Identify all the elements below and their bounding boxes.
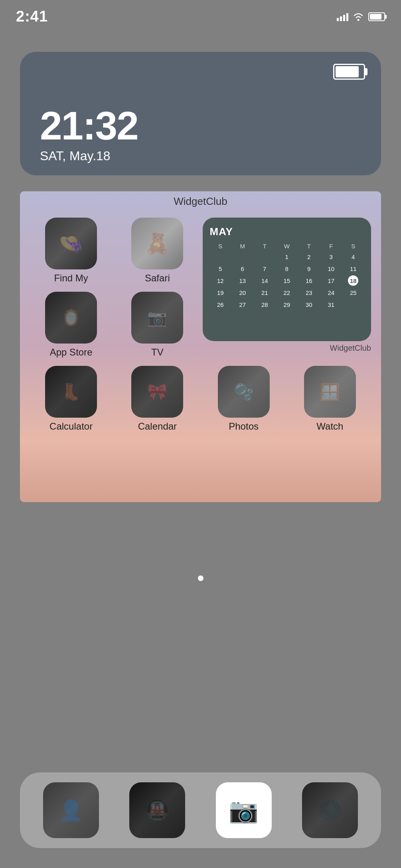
wifi-icon	[352, 12, 364, 21]
app-grid: 👒 Find My 🧸 Safari MAY S M T W T F S	[20, 210, 381, 440]
cal-day-18-today: 18	[348, 275, 358, 286]
app-item-tv[interactable]: 📷 TV	[114, 288, 200, 362]
calendar-inner: MAY S M T W T F S 1 2 3 4	[203, 218, 371, 341]
cal-day-2: 2	[304, 251, 314, 262]
cal-header-s1: S	[210, 242, 231, 250]
status-bar: 2:41	[0, 8, 401, 25]
cal-day-15: 15	[282, 275, 292, 286]
cal-day-11: 11	[348, 263, 358, 274]
cal-day-4: 4	[348, 251, 358, 262]
cal-day-13: 13	[237, 275, 248, 286]
find-my-label: Find My	[54, 273, 88, 284]
calendar-app-icon: 🎀	[131, 366, 183, 418]
tv-label: TV	[151, 347, 164, 358]
status-time: 2:41	[16, 8, 48, 25]
cal-day-31: 31	[326, 299, 336, 310]
calendar-grid: S M T W T F S 1 2 3 4 5 6	[210, 242, 364, 310]
cal-header-f: F	[320, 242, 342, 250]
cal-day-22: 22	[282, 287, 292, 298]
app-item-app-store[interactable]: 🪞 App Store	[28, 288, 114, 362]
cal-day-21: 21	[259, 287, 270, 298]
widgetclub-top-label: WidgetClub	[20, 191, 381, 210]
cal-header-w: W	[276, 242, 298, 250]
signal-bar-3	[343, 15, 345, 21]
svg-point-0	[358, 19, 360, 21]
cal-day-3: 3	[326, 251, 336, 262]
cal-day-30: 30	[304, 299, 314, 310]
status-icons	[337, 12, 385, 21]
calendar-widget[interactable]: MAY S M T W T F S 1 2 3 4	[201, 214, 373, 362]
dock-app-dark[interactable]: 🌑	[302, 782, 358, 838]
signal-bar-2	[340, 16, 342, 21]
dock-app-selfie[interactable]: 👤	[43, 782, 99, 838]
app-item-watch[interactable]: 🪟 Watch	[287, 362, 373, 436]
cal-header-t1: T	[254, 242, 276, 250]
cal-day-24: 24	[326, 287, 336, 298]
calculator-icon: 👢	[45, 366, 97, 418]
cal-day-1: 1	[282, 251, 292, 262]
find-my-icon: 👒	[45, 218, 97, 269]
cal-day-7: 7	[259, 263, 270, 274]
cal-header-s2: S	[343, 242, 364, 250]
cal-day-9: 9	[304, 263, 314, 274]
cal-day-25: 25	[348, 287, 358, 298]
calculator-label: Calculator	[49, 421, 93, 432]
watch-label: Watch	[316, 421, 343, 432]
photos-label: Photos	[229, 421, 259, 432]
widget-date: SAT, May.18	[40, 149, 361, 163]
cal-day-empty-4	[348, 299, 358, 310]
dock-app-tunnel[interactable]: 🚇	[129, 782, 185, 838]
app-store-label: App Store	[50, 347, 93, 358]
battery-widget-icon	[333, 64, 365, 80]
cal-day-19: 19	[215, 287, 225, 298]
cal-day-28: 28	[259, 299, 270, 310]
cal-day-29: 29	[282, 299, 292, 310]
cal-day-empty-1	[215, 251, 225, 262]
cal-day-5: 5	[215, 263, 225, 274]
battery-widget: 21:32 SAT, May.18	[20, 52, 381, 175]
widgetclub-credit: WidgetClub	[203, 344, 371, 353]
signal-bars-icon	[337, 12, 348, 21]
tv-icon: 📷	[131, 292, 183, 344]
cal-day-20: 20	[237, 287, 248, 298]
app-item-calendar[interactable]: 🎀 Calendar	[114, 362, 200, 436]
cal-day-8: 8	[282, 263, 292, 274]
page-dots	[0, 575, 401, 581]
app-item-safari[interactable]: 🧸 Safari	[114, 214, 200, 288]
cal-day-17: 17	[326, 275, 336, 286]
cal-day-10: 10	[326, 263, 336, 274]
cal-day-16: 16	[304, 275, 314, 286]
app-store-icon: 🪞	[45, 292, 97, 344]
cal-day-26: 26	[215, 299, 225, 310]
battery-fill	[370, 14, 381, 20]
signal-bar-4	[346, 13, 348, 21]
page-dot-active	[198, 575, 203, 581]
calendar-month: MAY	[210, 226, 364, 238]
app-item-calculator[interactable]: 👢 Calculator	[28, 362, 114, 436]
dock: 👤 🚇 📷 🌑	[20, 772, 381, 848]
dock-app-camera[interactable]: 📷	[216, 782, 272, 838]
cal-day-12: 12	[215, 275, 225, 286]
app-item-find-my[interactable]: 👒 Find My	[28, 214, 114, 288]
cal-header-m: M	[232, 242, 253, 250]
battery-widget-fill	[336, 66, 359, 77]
photos-icon: 🫧	[218, 366, 270, 418]
app-item-photos[interactable]: 🫧 Photos	[201, 362, 287, 436]
battery-status-icon	[368, 12, 385, 21]
cal-day-27: 27	[237, 299, 248, 310]
safari-icon: 🧸	[131, 218, 183, 269]
home-screen: WidgetClub 👒 Find My 🧸 Safari MAY S M T …	[20, 191, 381, 502]
widget-time: 21:32	[40, 106, 361, 145]
signal-bar-1	[337, 18, 339, 21]
cal-day-empty-3	[259, 251, 270, 262]
cal-day-23: 23	[304, 287, 314, 298]
cal-day-empty-2	[237, 251, 248, 262]
cal-day-14: 14	[259, 275, 270, 286]
watch-icon: 🪟	[304, 366, 356, 418]
cal-header-t2: T	[298, 242, 320, 250]
calendar-label: Calendar	[138, 421, 177, 432]
safari-label: Safari	[145, 273, 170, 284]
cal-day-6: 6	[237, 263, 248, 274]
